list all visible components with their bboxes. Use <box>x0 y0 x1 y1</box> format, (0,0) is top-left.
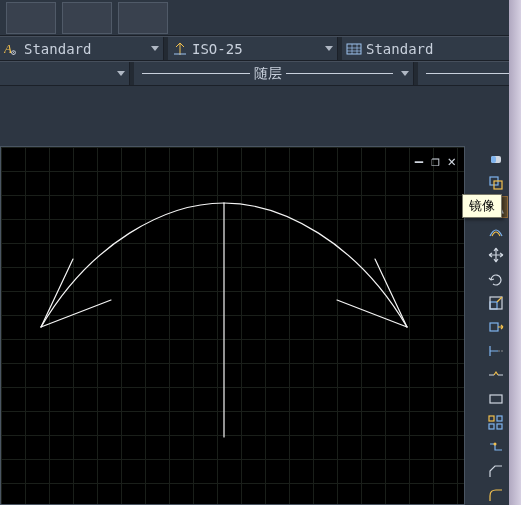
layer-state-dropdown[interactable] <box>0 62 130 85</box>
style-toolbar: A⚙ Standard ISO-25 Standard <box>0 36 521 61</box>
trim-tool[interactable] <box>484 340 508 362</box>
svg-rect-12 <box>489 416 494 421</box>
svg-rect-2 <box>347 44 361 54</box>
scale-tool[interactable] <box>484 292 508 314</box>
chamfer-tool[interactable] <box>484 460 508 482</box>
thumb[interactable] <box>62 2 112 34</box>
lineweight-dropdown[interactable] <box>418 62 521 85</box>
move-icon <box>487 246 505 264</box>
svg-text:⚙: ⚙ <box>11 48 16 57</box>
join-tool[interactable] <box>484 436 508 458</box>
break-tool[interactable] <box>484 364 508 386</box>
svg-rect-13 <box>497 416 502 421</box>
fillet-icon <box>487 486 505 504</box>
props-toolbar: 随层 <box>0 61 521 86</box>
copy-tool[interactable] <box>484 172 508 194</box>
toolbar-gap <box>0 86 521 146</box>
dim-style-icon <box>172 41 188 57</box>
table-style-dropdown[interactable]: Standard <box>342 37 521 60</box>
window-edge <box>509 0 521 505</box>
tooltip: 镜像 <box>462 194 502 218</box>
linetype-dropdown[interactable]: 随层 <box>134 62 414 85</box>
tooltip-text: 镜像 <box>469 198 495 213</box>
svg-point-16 <box>494 443 497 446</box>
copy-icon <box>487 174 505 192</box>
text-style-dropdown[interactable]: A⚙ Standard <box>0 37 164 60</box>
table-style-icon <box>346 41 362 57</box>
svg-rect-8 <box>490 302 497 309</box>
chevron-down-icon <box>325 46 333 51</box>
text-style-label: Standard <box>24 41 91 57</box>
linetype-preview: 随层 <box>138 65 397 83</box>
scale-icon <box>487 294 505 312</box>
drawing-canvas[interactable]: — ❐ ✕ <box>0 146 465 505</box>
svg-rect-15 <box>497 424 502 429</box>
text-style-icon: A⚙ <box>4 41 20 57</box>
rectangle-tool[interactable] <box>484 388 508 410</box>
svg-rect-11 <box>490 395 502 403</box>
array-icon <box>487 414 505 432</box>
svg-rect-5 <box>491 156 496 163</box>
chevron-down-icon <box>401 71 409 76</box>
rectangle-icon <box>487 390 505 408</box>
thumb[interactable] <box>6 2 56 34</box>
dim-style-dropdown[interactable]: ISO-25 <box>168 37 338 60</box>
table-style-label: Standard <box>366 41 433 57</box>
break-icon <box>487 366 505 384</box>
lineweight-preview <box>426 73 512 74</box>
svg-rect-14 <box>489 424 494 429</box>
thumb[interactable] <box>118 2 168 34</box>
rotate-tool[interactable] <box>484 268 508 290</box>
offset-tool[interactable] <box>484 220 508 242</box>
join-icon <box>487 438 505 456</box>
fillet-tool[interactable] <box>484 484 508 505</box>
stretch-icon <box>487 318 505 336</box>
svg-rect-10 <box>490 323 498 331</box>
chevron-down-icon <box>151 46 159 51</box>
eraser-icon <box>487 150 505 168</box>
linetype-label: 随层 <box>254 65 282 83</box>
stretch-tool[interactable] <box>484 316 508 338</box>
eraser-tool[interactable] <box>484 148 508 170</box>
trim-icon <box>487 342 505 360</box>
drawing-content <box>1 147 466 505</box>
rotate-icon <box>487 270 505 288</box>
offset-icon <box>487 222 505 240</box>
move-tool[interactable] <box>484 244 508 266</box>
chevron-down-icon <box>117 71 125 76</box>
ribbon-thumbs <box>0 0 521 36</box>
chamfer-icon <box>487 462 505 480</box>
array-tool[interactable] <box>484 412 508 434</box>
dim-style-label: ISO-25 <box>192 41 243 57</box>
